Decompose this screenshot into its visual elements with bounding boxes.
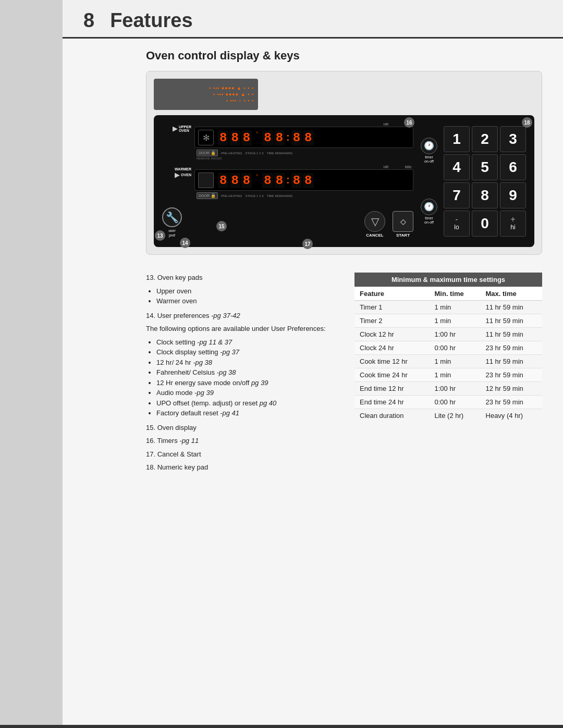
warmer-oven-sub: OVEN	[181, 173, 191, 177]
upper-oven-label: UPPER	[179, 125, 191, 129]
note-13: 13. Oven key pads	[146, 273, 339, 283]
remove-racks-label: REMOVE RACKS	[194, 157, 413, 160]
table-row: Cook time 24 hr 1 min 23 hr 59 min	[354, 368, 542, 382]
min-cook24: 1 min	[430, 368, 481, 382]
warmer-oven-label: WARMER	[175, 167, 191, 171]
bottom-bar	[0, 725, 563, 728]
stage-label: STAGE 1 2 3	[246, 152, 264, 155]
bullet-fahrenheit: Fahrenheit/ Celsius -pg 38	[156, 367, 339, 378]
badge-18: 18	[522, 117, 532, 128]
door-badge-warmer: DOOR 🔒	[197, 192, 218, 199]
note-15: 15. Oven display	[146, 423, 339, 433]
min-clock24: 0:00 hr	[430, 341, 481, 355]
table-section: Minimum & maximum time settings Feature …	[354, 273, 542, 476]
max-cook24: 23 hr 59 min	[481, 368, 542, 382]
key-4[interactable]: 4	[444, 154, 470, 180]
table-header-row: Minimum & maximum time settings	[354, 273, 542, 287]
key-8[interactable]: 8	[472, 182, 498, 208]
feature-timer2: Timer 2	[354, 314, 430, 328]
time-digits-upper: 8 8 : 8 8	[262, 130, 313, 145]
oven-control-container: ▶ UPPER OVEN	[154, 115, 534, 247]
table-row: Cook time 12 hr 1 min 11 hr 59 min	[354, 355, 542, 368]
bottom-section: 13. Oven key pads Upper oven Warmer oven…	[146, 273, 542, 476]
stage-label2: STAGE 1 2 3	[246, 194, 264, 198]
warmer-icon	[198, 172, 214, 188]
user-pref-icon[interactable]: 🔧	[162, 207, 182, 227]
cancel-start-section: ▽ CANCEL ◇ START	[364, 211, 413, 238]
note-18: 18. Numeric key pad	[146, 462, 339, 473]
max-clock24: 23 hr 59 min	[481, 341, 542, 355]
max-clean: Heavy (4 hr)	[481, 409, 542, 423]
timer2-icon[interactable]: 🕐	[421, 199, 437, 215]
start-area[interactable]: ◇ START	[393, 211, 413, 238]
table-col-headers: Feature Min. time Max. time	[354, 287, 542, 301]
time-digits-warmer: 8 8 : 8 8	[262, 173, 313, 188]
bullet-warmer-oven: Warmer oven	[156, 296, 339, 306]
key-minus-lo[interactable]: - lo	[444, 211, 470, 237]
badge-17: 17	[302, 239, 313, 249]
timer1-btn[interactable]: 🕐 timeron-off	[421, 138, 437, 164]
small-display-line3: ▪ ▪▪▪ ○ ▪ ▪ ▪	[226, 98, 254, 103]
upper-display-block: ✻ 8 8 8 °	[194, 127, 413, 148]
key-hi-label: hi	[510, 224, 515, 231]
max-end24: 23 hr 59 min	[481, 396, 542, 409]
notes-section: 13. Oven key pads Upper oven Warmer oven…	[146, 273, 339, 476]
timer1-icon[interactable]: 🕐	[421, 138, 437, 154]
max-clock12: 11 hr 59 min	[481, 328, 542, 341]
cancel-area[interactable]: ▽ CANCEL	[364, 211, 385, 238]
feature-cook24: Cook time 24 hr	[354, 368, 430, 382]
page-title: Features	[110, 9, 192, 32]
bullet-upper-oven: Upper oven	[156, 286, 339, 297]
key-7[interactable]: 7	[444, 182, 470, 208]
table-row: Clean duration Lite (2 hr) Heavy (4 hr)	[354, 409, 542, 423]
feature-end12: End time 12 hr	[354, 382, 430, 396]
bullet-12-24: 12 hr/ 24 hr -pg 38	[156, 357, 339, 368]
page-number: 8	[83, 9, 94, 32]
pre-heating-label2: PRE-HEATING	[221, 194, 242, 198]
warmer-display-block: 8 8 8 ° 8 8	[194, 169, 413, 191]
min-label-warmer: MIN	[405, 165, 411, 169]
max-end12: 12 hr 59 min	[481, 382, 542, 396]
note-16: 16. Timers -pg 11	[146, 436, 339, 446]
cancel-icon[interactable]: ▽	[364, 211, 385, 232]
note-14: 14. User preferences -pg 37-42	[146, 311, 339, 321]
warmer-stage-row: DOOR 🔒 PRE-HEATING STAGE 1 2 3 TIME REMA…	[194, 192, 413, 199]
timer1-label: timeron-off	[424, 155, 434, 164]
col-feature: Feature	[354, 287, 430, 301]
table-row: Timer 1 1 min 11 hr 59 min	[354, 301, 542, 314]
user-pref-area[interactable]: 🔧 userpref	[162, 207, 182, 238]
table-title: Minimum & maximum time settings	[354, 273, 542, 287]
key-6[interactable]: 6	[500, 154, 526, 180]
min-end12: 1:00 hr	[430, 382, 481, 396]
table-row: Clock 24 hr 0:00 hr 23 hr 59 min	[354, 341, 542, 355]
door-badge-upper: DOOR 🔒	[197, 150, 218, 156]
pre-heating-label: PRE-HEATING	[221, 152, 242, 155]
small-display-line2: ▪ ▪▪▪ ●●●● ▲ ▪ ▪	[213, 92, 254, 97]
left-sidebar	[0, 0, 63, 728]
key-3[interactable]: 3	[500, 126, 526, 152]
key-2[interactable]: 2	[472, 126, 498, 152]
key-5[interactable]: 5	[472, 154, 498, 180]
key-9[interactable]: 9	[500, 182, 526, 208]
timer-section: 🕐 timeron-off 🕐 timeron-off	[421, 122, 437, 240]
key-1[interactable]: 1	[444, 126, 470, 152]
table-row: End time 24 hr 0:00 hr 23 hr 59 min	[354, 396, 542, 409]
temp-digits-upper: 8 8 8	[218, 130, 252, 145]
min-cook12: 1 min	[430, 355, 481, 368]
right-panel: 🕐 timeron-off 🕐 timeron-off	[421, 122, 526, 240]
upper-stage-row: DOOR 🔒 PRE-HEATING STAGE 1 2 3 TIME REMA…	[194, 150, 413, 156]
bullet-energy-save: 12 Hr energy save mode on/off pg 39	[156, 378, 339, 388]
user-pref-label: userpref	[168, 228, 176, 238]
min-clean: Lite (2 hr)	[430, 409, 481, 423]
key-plus-hi[interactable]: + hi	[500, 211, 526, 237]
timer2-btn[interactable]: 🕐 timeron-off	[421, 199, 437, 225]
start-icon[interactable]: ◇	[393, 211, 413, 232]
max-cook12: 11 hr 59 min	[481, 355, 542, 368]
key-0[interactable]: 0	[472, 211, 498, 237]
small-display: ▪ ▪▪▪ ●●●● ▲ ▪ ▪ ▪ ▪ ▪▪▪ ●●●● ▲ ▪ ▪ ▪ ▪▪…	[154, 79, 258, 110]
badge-16: 16	[404, 117, 414, 128]
max-timer2: 11 hr 59 min	[481, 314, 542, 328]
table-row: Timer 2 1 min 11 hr 59 min	[354, 314, 542, 328]
bullet-factory-reset: Factory default reset -pg 41	[156, 408, 339, 418]
feature-end24: End time 24 hr	[354, 396, 430, 409]
